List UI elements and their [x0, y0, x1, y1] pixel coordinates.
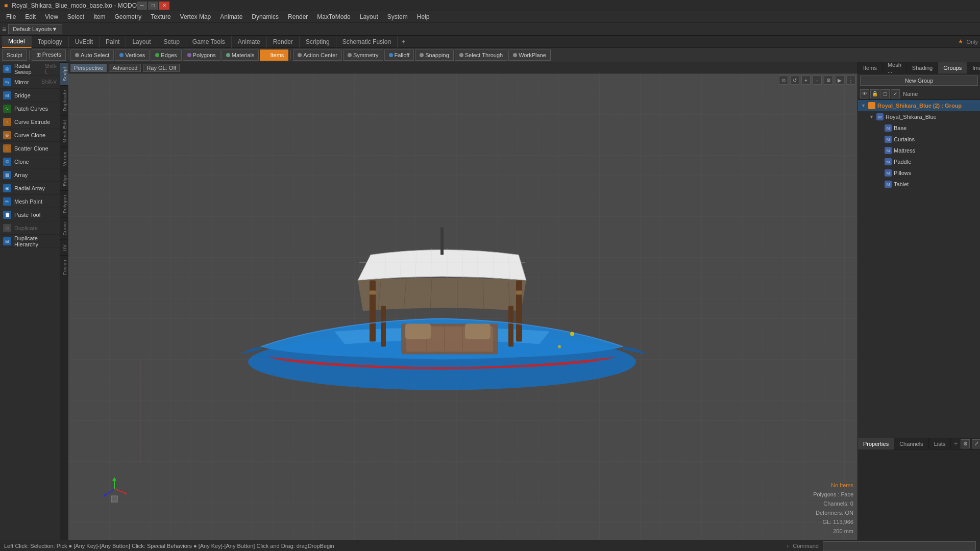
tab-game-tools[interactable]: Game Tools — [186, 36, 232, 48]
rbottom-tab-add[interactable]: + — [951, 439, 961, 448]
sidebar-item-duplicate[interactable]: ⊞ Duplicate — [0, 221, 60, 235]
viewport-raygl-btn[interactable]: Ray GL: Off — [143, 64, 180, 72]
tree-item-curtains[interactable]: M Curtains — [858, 134, 980, 145]
menu-item[interactable]: Item — [89, 12, 109, 21]
vtab-polygon[interactable]: Polygon — [60, 190, 68, 217]
tab-scripting[interactable]: Scripting — [300, 36, 336, 48]
menu-help[interactable]: Help — [413, 12, 434, 21]
select-through-button[interactable]: Select Through — [455, 49, 507, 61]
new-group-button[interactable]: New Group — [860, 76, 978, 86]
vtab-sculpt[interactable]: Sculpt — [60, 62, 68, 85]
sidebar-item-patch-curves[interactable]: ∿ Patch Curves — [0, 102, 60, 115]
presets-button[interactable]: ⊞ Presets — [32, 49, 66, 61]
vtab-edge[interactable]: Edge — [60, 170, 68, 190]
tab-model[interactable]: Model — [2, 36, 32, 48]
viewport-perspective-btn[interactable]: Perspective — [70, 64, 107, 72]
rbottom-tab-channels[interactable]: Channels — [894, 438, 928, 449]
menu-system[interactable]: System — [383, 12, 412, 21]
auto-select-button[interactable]: Auto Select — [70, 49, 114, 61]
viewport-more-icon[interactable]: ⋮ — [846, 76, 855, 85]
rbottom-tab-lists[interactable]: Lists — [929, 438, 951, 449]
viewport-zoom-in-icon[interactable]: + — [801, 76, 811, 85]
tab-paint[interactable]: Paint — [100, 36, 126, 48]
sidebar-item-paste-tool[interactable]: 📋 Paste Tool — [0, 208, 60, 221]
sidebar-item-curve-clone[interactable]: ⊕ Curve Clone — [0, 129, 60, 142]
sidebar-item-scatter-clone[interactable]: ⁙ Scatter Clone — [0, 142, 60, 155]
tab-uvedit[interactable]: UvEdit — [69, 36, 100, 48]
command-input[interactable] — [823, 541, 976, 550]
tab-add-button[interactable]: + — [398, 37, 409, 46]
sidebar-item-curve-extrude[interactable]: ↑ Curve Extrude — [0, 115, 60, 129]
rpanel-tab-items[interactable]: Items — [858, 62, 883, 73]
sidebar-item-radial-sweep[interactable]: ◎ Radial Sweep Shift-L — [0, 62, 60, 76]
sidebar-item-mirror[interactable]: ⇆ Mirror Shift-V — [0, 76, 60, 89]
rpanel-check-button[interactable]: ✓ — [891, 89, 900, 98]
vtab-curve[interactable]: Curve — [60, 217, 68, 240]
tab-setup[interactable]: Setup — [157, 36, 186, 48]
menu-file[interactable]: File — [2, 12, 20, 21]
tree-item-tablet[interactable]: M Tablet — [858, 179, 980, 190]
tree-item-pillows[interactable]: M Pillows — [858, 167, 980, 179]
tree-item-child-group[interactable]: ▼ M Royal_Shikara_Blue — [858, 111, 980, 122]
rpanel-tab-images[interactable]: Images — [967, 62, 980, 73]
sculpt-button[interactable]: Sculpt — [2, 49, 27, 61]
sidebar-item-clone[interactable]: © Clone — [0, 155, 60, 168]
vtab-vertex[interactable]: Vertex — [60, 147, 68, 170]
viewport-advanced-btn[interactable]: Advanced — [109, 64, 141, 72]
materials-button[interactable]: Materials — [222, 49, 259, 61]
rpanel-tab-groups[interactable]: Groups — [938, 62, 967, 73]
tree-item-mattress[interactable]: M Mattress — [858, 145, 980, 156]
sidebar-item-radial-array[interactable]: ◉ Radial Array — [0, 182, 60, 195]
default-layouts-button[interactable]: Default Layouts ▼ — [8, 24, 62, 34]
viewport-camera-icon[interactable]: ⊙ — [779, 76, 788, 85]
maximize-button[interactable]: □ — [148, 2, 158, 10]
menu-animate[interactable]: Animate — [216, 12, 247, 21]
sidebar-item-array[interactable]: ▦ Array — [0, 168, 60, 182]
menu-maxtomodo[interactable]: MaxToModo — [313, 12, 354, 21]
tab-topology[interactable]: Topology — [32, 36, 69, 48]
vertices-button[interactable]: Vertices — [115, 49, 150, 61]
edges-button[interactable]: Edges — [151, 49, 181, 61]
sidebar-item-mesh-paint[interactable]: ✏ Mesh Paint — [0, 195, 60, 208]
close-button[interactable]: ✕ — [159, 2, 169, 10]
rpanel-lock-button[interactable]: 🔒 — [870, 89, 879, 98]
viewport-render-icon[interactable]: ▶ — [835, 76, 844, 85]
sidebar-item-duplicate-hierarchy[interactable]: ⊞ Duplicate Hierarchy — [0, 235, 60, 248]
menu-geometry[interactable]: Geometry — [111, 12, 146, 21]
snapping-button[interactable]: Snapping — [415, 49, 454, 61]
sidebar-item-bridge[interactable]: ⊟ Bridge — [0, 89, 60, 102]
menu-vertex-map[interactable]: Vertex Map — [176, 12, 215, 21]
menu-render[interactable]: Render — [284, 12, 312, 21]
menu-layout[interactable]: Layout — [356, 12, 382, 21]
vtab-mesh-edit[interactable]: Mesh Edit — [60, 115, 68, 147]
rbottom-tab-properties[interactable]: Properties — [858, 438, 894, 449]
rpanel-eye-button[interactable]: 👁 — [860, 89, 869, 98]
polygons-button[interactable]: Polygons — [183, 49, 220, 61]
tree-item-base[interactable]: M Base — [858, 122, 980, 134]
rpanel-tab-shading[interactable]: Shading — [907, 62, 938, 73]
menu-texture[interactable]: Texture — [146, 12, 175, 21]
right-panel-content[interactable]: ▼ G Royal_Shikara_Blue (2) : Group ▼ M R… — [858, 100, 980, 438]
symmetry-button[interactable]: Symmetry — [343, 49, 383, 61]
items-button[interactable]: Items — [260, 49, 288, 61]
tree-item-root-group[interactable]: ▼ G Royal_Shikara_Blue (2) : Group — [858, 100, 980, 111]
menu-dynamics[interactable]: Dynamics — [248, 12, 283, 21]
tree-item-paddle[interactable]: M Paddle — [858, 156, 980, 167]
vtab-duplicate[interactable]: Duplicate — [60, 85, 68, 115]
tab-animate[interactable]: Animate — [232, 36, 267, 48]
rpanel-render-button[interactable]: ◻ — [880, 89, 890, 98]
titlebar-controls[interactable]: ─ □ ✕ — [137, 2, 169, 10]
viewport[interactable]: ⊙ ↺ + - ⚙ ▶ ⋮ — [68, 73, 857, 540]
tab-schematic-fusion[interactable]: Schematic Fusion — [336, 36, 398, 48]
menu-edit[interactable]: Edit — [21, 12, 40, 21]
minimize-button[interactable]: ─ — [137, 2, 147, 10]
tab-render[interactable]: Render — [267, 36, 300, 48]
viewport-reset-icon[interactable]: ↺ — [790, 76, 799, 85]
menu-select[interactable]: Select — [63, 12, 88, 21]
rbottom-expand-icon[interactable]: ⤢ — [972, 439, 980, 448]
tab-layout[interactable]: Layout — [126, 36, 157, 48]
vtab-uv[interactable]: UV — [60, 240, 68, 256]
workplane-button[interactable]: WorkPlane — [508, 49, 551, 61]
rbottom-settings-icon[interactable]: ⚙ — [961, 439, 970, 448]
falloff-button[interactable]: Falloff — [384, 49, 414, 61]
